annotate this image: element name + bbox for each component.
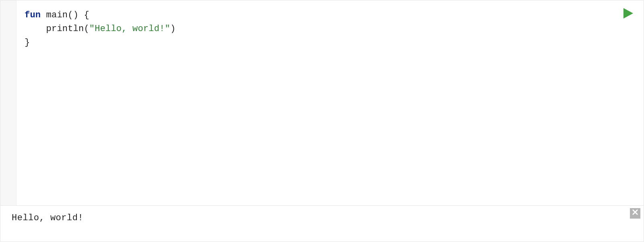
playground-container: fun main() { println("Hello, world!") } … <box>0 0 644 242</box>
code-indent <box>25 24 46 34</box>
code-keyword: fun <box>25 10 41 20</box>
code-brace-close: } <box>25 38 30 48</box>
code-string: "Hello, world!" <box>89 24 170 34</box>
code-paren-open: ( <box>84 24 89 34</box>
run-button[interactable] <box>621 8 635 21</box>
code-paren-close: ) <box>170 24 175 34</box>
close-output-button[interactable] <box>630 208 640 219</box>
code-text: main() { <box>41 10 89 20</box>
editor-pane: fun main() { println("Hello, world!") } <box>0 0 644 205</box>
play-icon <box>622 7 634 22</box>
output-text: Hello, world! <box>12 213 83 223</box>
output-pane: Hello, world! <box>0 205 644 242</box>
code-editor[interactable]: fun main() { println("Hello, world!") } <box>17 0 644 205</box>
editor-gutter <box>0 0 17 205</box>
close-icon <box>632 209 639 219</box>
svg-marker-0 <box>623 8 633 19</box>
code-fn: println <box>46 24 84 34</box>
